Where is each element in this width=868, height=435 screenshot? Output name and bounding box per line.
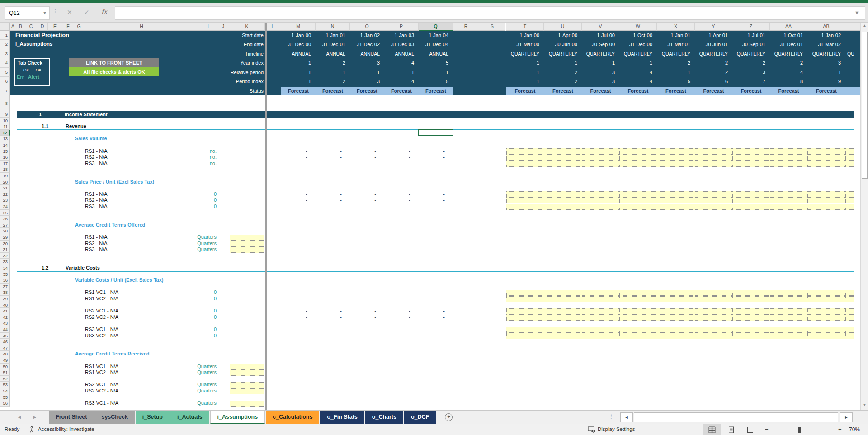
- row-header-1[interactable]: 1: [0, 31, 10, 40]
- column-header-L[interactable]: L: [265, 23, 281, 31]
- grid-cell[interactable]: 4: [385, 58, 414, 67]
- column-header-F[interactable]: F: [62, 23, 74, 31]
- row-header-39[interactable]: 39: [0, 296, 10, 302]
- column-header-D[interactable]: D: [37, 23, 48, 31]
- row-header-10[interactable]: 10: [0, 118, 10, 124]
- input-cell[interactable]: [732, 161, 770, 167]
- input-cell[interactable]: [732, 148, 770, 155]
- grid-cell[interactable]: -: [384, 296, 410, 302]
- grid-cell[interactable]: 5: [420, 58, 448, 67]
- grid-cell[interactable]: -: [384, 326, 410, 333]
- input-cell[interactable]: [582, 191, 620, 198]
- input-cell[interactable]: [695, 198, 733, 204]
- grid-cell[interactable]: 2: [733, 58, 765, 67]
- input-cell[interactable]: [732, 308, 770, 315]
- input-cell[interactable]: [619, 333, 657, 339]
- grid-cell[interactable]: 4: [385, 77, 414, 86]
- row-header-43[interactable]: 43: [0, 320, 10, 326]
- grid-cell[interactable]: ANNUAL: [282, 49, 311, 58]
- grid-cell[interactable]: -: [281, 197, 307, 203]
- grid-cell[interactable]: 1-Jan-00: [282, 31, 311, 40]
- grid-cell[interactable]: 8: [771, 77, 803, 86]
- grid-cell[interactable]: 31-Dec-04: [420, 40, 448, 49]
- input-cell[interactable]: [807, 155, 846, 161]
- view-page-break-button[interactable]: [741, 424, 759, 435]
- name-box-dropdown-icon[interactable]: ▼: [42, 7, 47, 19]
- input-cell[interactable]: [544, 308, 582, 315]
- h-scroll-left-icon[interactable]: ◄: [620, 412, 633, 422]
- row-header-31[interactable]: 31: [0, 246, 10, 253]
- row-header-27[interactable]: 27: [0, 222, 10, 228]
- grid-cell[interactable]: 1: [282, 77, 311, 86]
- input-cell[interactable]: [506, 333, 544, 339]
- grid-cell[interactable]: 1: [808, 68, 841, 77]
- input-cell[interactable]: [544, 155, 582, 161]
- grid-cell[interactable]: -: [419, 333, 445, 339]
- link-to-front-sheet-button[interactable]: LINK TO FRONT SHEET: [69, 58, 159, 67]
- input-cell[interactable]: [619, 191, 657, 198]
- grid-cell[interactable]: -: [419, 203, 445, 210]
- input-cell[interactable]: [770, 314, 808, 321]
- input-cell[interactable]: [732, 327, 770, 333]
- grid-cell[interactable]: 3: [733, 68, 765, 77]
- h-scroll-track[interactable]: [634, 412, 838, 422]
- row-header-40[interactable]: 40: [0, 302, 10, 308]
- grid-cell[interactable]: Forecast: [582, 87, 619, 95]
- column-header-AB[interactable]: AB: [807, 23, 845, 31]
- grid-cell[interactable]: -: [281, 148, 307, 155]
- grid-cell[interactable]: -: [316, 197, 342, 203]
- row-header-20[interactable]: 20: [0, 179, 10, 185]
- grid-cell[interactable]: 6: [696, 77, 728, 86]
- column-header-Q[interactable]: Q: [419, 23, 453, 31]
- grid-cell[interactable]: -: [281, 296, 307, 302]
- grid-cell[interactable]: -: [316, 148, 342, 155]
- grid-cell[interactable]: 31-Dec-01: [771, 40, 803, 49]
- sheet-tab-i-setup[interactable]: i_Setup: [136, 411, 170, 424]
- grid-cell[interactable]: 1-Jul-01: [733, 31, 765, 40]
- fill-handle[interactable]: [452, 134, 454, 137]
- grid-cell[interactable]: -: [316, 308, 342, 314]
- grid-cell[interactable]: -: [384, 203, 410, 210]
- grid-cell[interactable]: 1-Jan-03: [385, 31, 414, 40]
- grid-cell[interactable]: -: [281, 326, 307, 333]
- grid-cell[interactable]: 1: [507, 77, 539, 86]
- grid-cell[interactable]: -: [384, 333, 410, 339]
- input-cell[interactable]: [845, 204, 854, 210]
- grid-cell[interactable]: 2: [771, 58, 803, 67]
- input-cell[interactable]: [619, 314, 657, 321]
- sheet-tab-i-actuals[interactable]: i_Actuals: [170, 411, 209, 424]
- column-header-Y[interactable]: Y: [695, 23, 732, 31]
- input-cell[interactable]: [845, 191, 854, 198]
- input-cell[interactable]: [657, 308, 695, 315]
- input-cell[interactable]: [732, 314, 770, 321]
- grid-cell[interactable]: 31-Dec-03: [385, 40, 414, 49]
- input-cell[interactable]: [582, 296, 620, 303]
- grid-cell[interactable]: -: [419, 154, 445, 161]
- grid-cell[interactable]: 30-Jun-00: [545, 40, 577, 49]
- input-cell[interactable]: [582, 198, 620, 204]
- row-header-47[interactable]: 47: [0, 345, 10, 351]
- row-header-55[interactable]: 55: [0, 394, 10, 401]
- grid-cell[interactable]: 31-Mar-00: [507, 40, 539, 49]
- grid-cell[interactable]: -: [350, 154, 376, 161]
- grid-cell[interactable]: QUARTERLY: [507, 49, 539, 58]
- input-cell[interactable]: [544, 198, 582, 204]
- row-header-22[interactable]: 22: [0, 191, 10, 198]
- row-header-24[interactable]: 24: [0, 203, 10, 210]
- grid-cell[interactable]: 31-Dec-00: [620, 40, 652, 49]
- grid-cell[interactable]: -: [350, 314, 376, 321]
- column-header-overflow[interactable]: [845, 23, 860, 31]
- input-cell[interactable]: [770, 148, 808, 155]
- grid-cell[interactable]: 3: [351, 77, 380, 86]
- grid-cell[interactable]: -: [384, 308, 410, 314]
- grid-cell[interactable]: QUARTERLY: [545, 49, 577, 58]
- input-cell[interactable]: [657, 198, 695, 204]
- grid-cell[interactable]: Forecast: [350, 87, 384, 95]
- row-header-14[interactable]: 14: [0, 142, 10, 148]
- grid-cell[interactable]: 1-Jul-00: [583, 31, 615, 40]
- sheet-tab-front-sheet[interactable]: Front Sheet: [49, 411, 94, 424]
- grid-cell[interactable]: Forecast: [281, 87, 316, 95]
- h-scroll-right-icon[interactable]: ►: [840, 412, 853, 422]
- input-cell[interactable]: [732, 296, 770, 303]
- column-header-U[interactable]: U: [544, 23, 582, 31]
